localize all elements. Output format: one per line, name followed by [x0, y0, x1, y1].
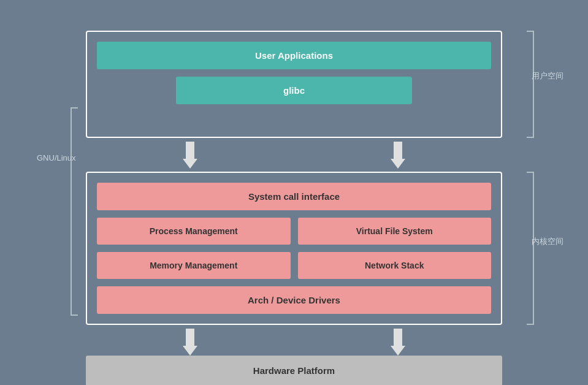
arrow-head-left: [183, 159, 197, 169]
kernel-space-box: System call interface Process Management…: [86, 172, 502, 325]
arrow-hw-head-left: [183, 346, 197, 356]
arrow-shaft-left: [186, 142, 194, 159]
arrow-hw-left: [183, 329, 197, 356]
gnu-bracket: [71, 107, 78, 316]
gnu-label-area: GNU/Linux: [37, 153, 76, 162]
kernel-row-2: Memory Management Network Stack: [97, 252, 491, 279]
hardware-bar: Hardware Platform: [86, 356, 502, 385]
main-area: User Applications glibc 用户空间 System call…: [86, 18, 502, 367]
user-space-label: 用户空间: [532, 71, 563, 82]
memory-management-box: Memory Management: [97, 252, 291, 279]
hardware-box: Hardware Platform: [86, 356, 502, 385]
arrow-left: [183, 142, 197, 169]
arch-drivers-bar: Arch / Device Drivers: [97, 286, 491, 314]
user-applications-bar: User Applications: [97, 42, 491, 69]
process-management-box: Process Management: [97, 218, 291, 245]
user-space-bracket: [527, 31, 534, 138]
gnu-linux-label: GNU/Linux: [37, 153, 76, 162]
arrow-right: [391, 142, 405, 169]
network-stack-box: Network Stack: [298, 252, 492, 279]
arrows-kernel-hardware: [86, 327, 502, 357]
arrow-head-right: [391, 159, 405, 169]
syscall-bar: System call interface: [97, 183, 491, 210]
arrow-hw-shaft-left: [186, 329, 194, 346]
virtual-file-system-box: Virtual File System: [298, 218, 492, 245]
kernel-space-bracket: [527, 172, 534, 325]
arrow-hw-head-right: [391, 346, 405, 356]
user-space-box: User Applications glibc: [86, 31, 502, 138]
diagram-container: GNU/Linux User Applications glibc 用户空间 S…: [37, 18, 551, 367]
arrow-shaft-right: [394, 142, 402, 159]
arrow-hw-shaft-right: [394, 329, 402, 346]
kernel-space-label: 内核空间: [532, 236, 563, 247]
arrows-user-kernel: [86, 140, 502, 170]
arrow-hw-right: [391, 329, 405, 356]
kernel-row-1: Process Management Virtual File System: [97, 218, 491, 245]
glibc-bar: glibc: [176, 77, 413, 104]
